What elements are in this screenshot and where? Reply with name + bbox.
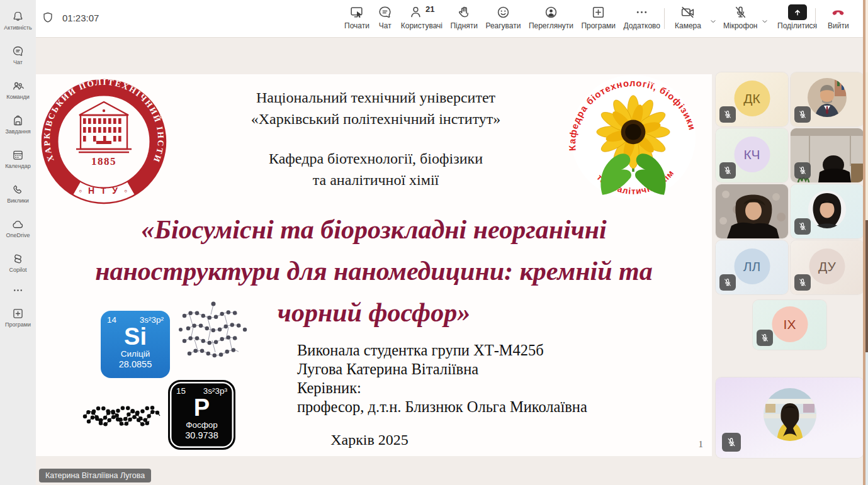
participant-tile-video-dark-room[interactable]: [791, 128, 864, 182]
muted-badge: [794, 218, 811, 235]
sidebar-item-teams[interactable]: Команди: [0, 72, 36, 107]
sidebar-item-label: OneDrive: [6, 232, 30, 238]
credits-line: Лугова Катерина Віталіївна: [297, 360, 675, 379]
seal-building-windows: [83, 118, 121, 144]
plus-square-icon: [590, 4, 606, 20]
muted-badge: [794, 106, 811, 123]
mic-off-icon: [733, 4, 748, 20]
slide-page-number: 1: [699, 439, 704, 450]
camera-off-icon: [680, 4, 696, 20]
element-symbol: Si: [101, 325, 170, 348]
meeting-toolbar: 01:23:07 Почати Чат 21 Користувачі Підня…: [36, 0, 863, 38]
phosphorus-element-tile: 15 3s²3p³ P Фосфор 30.9738: [168, 380, 235, 450]
sidebar-item-label: Календар: [5, 163, 31, 169]
leave-button[interactable]: Вийти: [828, 4, 849, 30]
participant-tile-video-man[interactable]: [791, 72, 864, 126]
slide-title-line: «Біосумісні та біорозкладні неорганічні: [47, 209, 701, 250]
shared-slide: ХАРКІВСЬКИЙ ПОЛІТЕХНІЧНИЙ ІНСТИТУТ ◦ Н Т…: [36, 74, 712, 456]
credits-block: Виконала студентка групи ХТ-М425б Лугова…: [297, 341, 675, 416]
view-person-icon: [543, 4, 559, 20]
university-heading: Національний технічний університет «Харк…: [193, 87, 558, 191]
start-presenting-button[interactable]: Почати: [344, 4, 369, 30]
participant-tile-video-woman[interactable]: [716, 184, 788, 238]
teams-meeting-window: Активність Чат Команди Завдання Календар…: [0, 0, 868, 485]
muted-badge: [794, 274, 811, 291]
participant-tile-du[interactable]: ДУ: [791, 240, 864, 294]
participant-tile-kch[interactable]: КЧ: [716, 128, 788, 182]
participant-tile-ih[interactable]: ІХ: [753, 300, 826, 350]
avatar-initials: ДК: [743, 91, 760, 106]
avatar: ІХ: [772, 306, 808, 342]
camera-button[interactable]: Камера: [675, 4, 701, 30]
apps-button[interactable]: Програми: [581, 4, 616, 30]
mic-button[interactable]: Мікрофон: [723, 4, 757, 30]
seal-year: 1885: [91, 155, 116, 167]
mic-off-icon: [726, 437, 737, 448]
muted-badge: [722, 433, 741, 452]
share-up-arrow-icon: [792, 7, 803, 18]
silicon-crystal-illustration: [176, 298, 251, 371]
element-mass: 28.0855: [101, 359, 170, 369]
chat-icon: [11, 45, 25, 58]
avatar-initials: КЧ: [743, 147, 760, 162]
mic-off-icon: [723, 109, 733, 120]
calendar-icon: [11, 148, 25, 162]
element-name: Фосфор: [170, 420, 234, 430]
participants-button[interactable]: 21 Користувачі: [401, 4, 442, 30]
sidebar-item-label: Чат: [13, 59, 23, 65]
mic-off-icon: [798, 165, 808, 176]
edge-fragment: [865, 0, 868, 72]
silicon-element-tile: 14 3s²3p² Si Силіцій 28.0855: [101, 311, 170, 378]
credits-line: професор, д.т.н. Близнюк Ольга Миколаївн…: [297, 398, 675, 416]
black-phosphorus-illustration: [81, 396, 172, 434]
sidebar-item-calendar[interactable]: Календар: [0, 142, 36, 176]
muted-badge: [757, 330, 773, 346]
sidebar-item-label: Copilot: [9, 267, 26, 273]
mic-options-chevron-icon[interactable]: [760, 16, 770, 26]
khpi-university-seal: ХАРКІВСЬКИЙ ПОЛІТЕХНІЧНИЙ ІНСТИТУТ ◦ Н Т…: [41, 79, 167, 204]
bell-icon: [11, 10, 25, 23]
copilot-icon: [11, 252, 25, 265]
chat-button[interactable]: Чат: [377, 4, 393, 30]
sidebar-item-apps[interactable]: Програми: [0, 300, 36, 335]
muted-badge: [719, 106, 736, 123]
smiley-icon: [495, 4, 511, 20]
sidebar-item-chat[interactable]: Чат: [0, 38, 36, 72]
element-mass: 30.9738: [170, 430, 234, 440]
presenter-photo-avatar: [763, 387, 817, 442]
meeting-stage: ХАРКІВСЬКИЙ ПОЛІТЕХНІЧНИЙ ІНСТИТУТ ◦ Н Т…: [36, 37, 863, 485]
raise-hand-button[interactable]: Підняти: [450, 4, 478, 30]
view-button[interactable]: Переглянути: [529, 4, 573, 30]
avatar-initials: ЛЛ: [743, 259, 761, 274]
participant-tile-dk[interactable]: ДК: [716, 72, 788, 126]
avatar: ДУ: [809, 248, 845, 284]
sidebar-item-copilot[interactable]: Copilot: [0, 245, 36, 280]
meeting-timer: 01:23:07: [62, 13, 99, 23]
slide-footer-city-year: Харків 2025: [288, 432, 451, 449]
sidebar-item-label: Активність: [4, 25, 31, 31]
present-screen-icon: [349, 4, 364, 20]
sidebar-item-assignments[interactable]: Завдання: [0, 107, 36, 142]
phone-icon: [11, 183, 25, 196]
sidebar-item-calls[interactable]: Виклики: [0, 176, 36, 211]
camera-options-chevron-icon[interactable]: [708, 16, 718, 26]
share-button[interactable]: Поділитися: [777, 4, 817, 30]
react-button[interactable]: Реагувати: [485, 4, 521, 30]
mic-off-icon: [723, 277, 733, 287]
sidebar-item-activity[interactable]: Активність: [0, 3, 36, 38]
sidebar-more-button[interactable]: [0, 280, 36, 300]
slide-title-line: наноструктури для наномедицини: кремній …: [47, 250, 701, 292]
sidebar-item-label: Виклики: [7, 198, 28, 204]
mic-off-icon: [798, 221, 808, 231]
university-line: «Харківський політехнічний інститут»: [193, 108, 558, 130]
participant-tile-photo-avatar-woman[interactable]: [791, 184, 864, 238]
university-line: Національний технічний університет: [193, 87, 558, 108]
participant-tile-presenter[interactable]: [716, 377, 864, 458]
toolbar-divider: [664, 8, 665, 29]
edge-fragment: [865, 72, 868, 220]
edge-fragment: [865, 220, 868, 352]
avatar-initials: ІХ: [784, 317, 796, 332]
more-button[interactable]: Додатково: [623, 4, 660, 30]
sidebar-item-onedrive[interactable]: OneDrive: [0, 211, 36, 245]
participant-tile-ll[interactable]: ЛЛ: [716, 240, 788, 294]
